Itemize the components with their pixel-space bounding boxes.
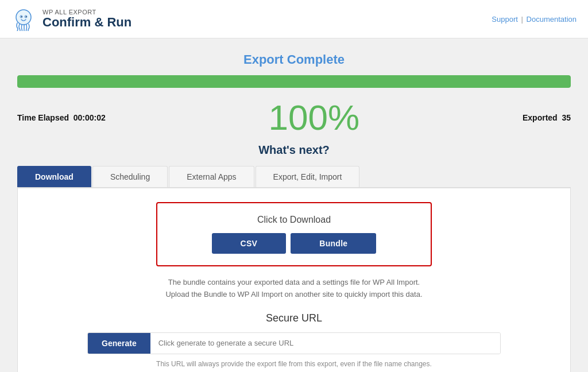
exported-count: Exported 35 [523, 113, 571, 122]
tab-export-edit-import[interactable]: Export, Edit, Import [256, 166, 360, 187]
percent-display: 100% [106, 97, 523, 138]
exported-number: 35 [562, 113, 571, 122]
svg-point-4 [26, 16, 27, 17]
link-divider: | [521, 15, 523, 24]
tab-external-apps[interactable]: External Apps [169, 166, 254, 187]
exported-label: Exported [523, 113, 558, 122]
whats-next-title: What's next? [17, 144, 571, 157]
bundle-download-button[interactable]: Bundle [291, 233, 376, 254]
octopus-logo-icon [11, 7, 36, 31]
description-line1: The bundle contains your exported data a… [29, 277, 559, 289]
click-to-download-box: Click to Download CSV Bundle [156, 202, 432, 266]
svg-point-3 [21, 16, 22, 17]
header: WP ALL EXPORT Confirm & Run Support | Do… [0, 0, 588, 38]
time-elapsed-label: Time Elapsed [17, 113, 69, 122]
stats-row: Time Elapsed 00:00:02 100% Exported 35 [17, 97, 571, 138]
tab-download[interactable]: Download [17, 166, 91, 187]
secure-url-input[interactable] [150, 333, 500, 354]
export-complete-title: Export Complete [17, 52, 571, 67]
time-elapsed: Time Elapsed 00:00:02 [17, 113, 106, 122]
page-title: Confirm & Run [42, 16, 131, 29]
header-links: Support | Documentation [492, 15, 577, 24]
download-buttons: CSV Bundle [169, 233, 419, 254]
secure-url-title: Secure URL [29, 312, 559, 324]
main-content: Export Complete Time Elapsed 00:00:02 10… [0, 38, 588, 372]
logo-text: WP ALL EXPORT Confirm & Run [42, 9, 131, 29]
progress-bar-container [17, 75, 571, 88]
download-description: The bundle contains your exported data a… [29, 277, 559, 301]
tabs-bar: Download Scheduling External Apps Export… [17, 166, 571, 188]
generate-button[interactable]: Generate [88, 333, 150, 354]
csv-download-button[interactable]: CSV [212, 233, 287, 254]
description-line2: Upload the Bundle to WP All Import on an… [29, 289, 559, 301]
tab-scheduling[interactable]: Scheduling [92, 166, 168, 187]
time-elapsed-value: 00:00:02 [74, 113, 106, 122]
svg-point-0 [16, 10, 31, 25]
secure-url-row: Generate [87, 332, 501, 354]
documentation-link[interactable]: Documentation [527, 15, 577, 24]
click-to-download-label: Click to Download [169, 215, 419, 225]
support-link[interactable]: Support [492, 15, 518, 24]
url-footnote: This URL will always provide the export … [29, 360, 559, 368]
tab-content-download: Click to Download CSV Bundle The bundle … [17, 188, 571, 372]
logo-area: WP ALL EXPORT Confirm & Run [11, 7, 131, 31]
progress-bar-fill [17, 75, 571, 88]
